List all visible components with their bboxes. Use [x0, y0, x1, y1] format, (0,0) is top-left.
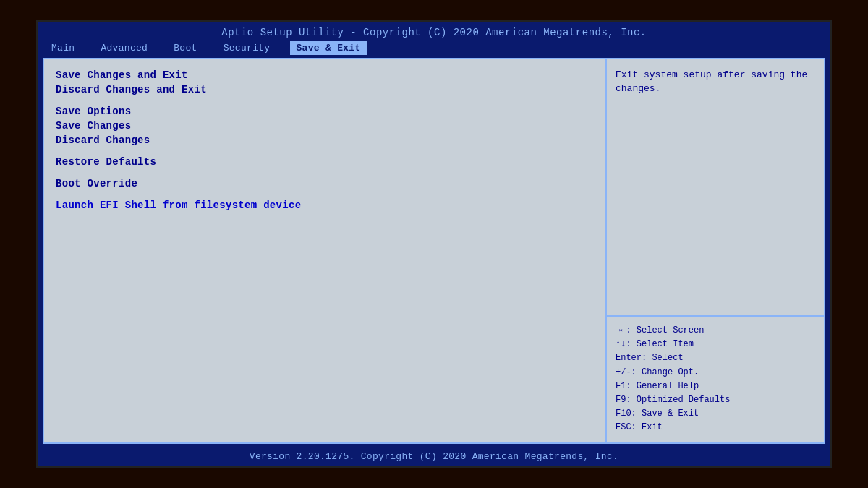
- menu-discard-changes-exit[interactable]: Discard Changes and Exit: [56, 82, 594, 97]
- menu-discard-changes[interactable]: Discard Changes: [56, 133, 594, 147]
- key-enter-select: Enter: Select: [616, 351, 815, 365]
- menu-save-changes-exit[interactable]: Save Changes and Exit: [56, 68, 594, 82]
- menu-tabs: Main Advanced Boot Security Save & Exit: [38, 40, 830, 55]
- tab-save-exit[interactable]: Save & Exit: [290, 41, 366, 55]
- key-f10: F10: Save & Exit: [616, 407, 815, 421]
- gap-3: [56, 169, 594, 176]
- help-content: Exit system setup after saving the chang…: [616, 69, 807, 95]
- left-panel: Save Changes and Exit Discard Changes an…: [44, 59, 607, 442]
- menu-restore-defaults[interactable]: Restore Defaults: [56, 155, 594, 169]
- tab-advanced[interactable]: Advanced: [95, 41, 153, 55]
- key-help: →←: Select Screen ↑↓: Select Item Enter:…: [607, 317, 824, 442]
- title-bar: Aptio Setup Utility - Copyright (C) 2020…: [38, 22, 830, 40]
- help-text: Exit system setup after saving the chang…: [607, 59, 824, 317]
- key-select-item: ↑↓: Select Item: [616, 338, 815, 351]
- tab-boot[interactable]: Boot: [168, 41, 203, 55]
- status-bar: Version 2.20.1275. Copyright (C) 2020 Am…: [38, 447, 830, 466]
- tab-security[interactable]: Security: [218, 41, 276, 55]
- bios-screen: Aptio Setup Utility - Copyright (C) 2020…: [36, 20, 832, 468]
- gap-1: [56, 97, 594, 104]
- menu-save-changes[interactable]: Save Changes: [56, 119, 594, 133]
- status-text: Version 2.20.1275. Copyright (C) 2020 Am…: [250, 451, 618, 462]
- menu-launch-efi-shell[interactable]: Launch EFI Shell from filesystem device: [56, 198, 594, 213]
- title-text: Aptio Setup Utility - Copyright (C) 2020…: [221, 27, 647, 38]
- section-save-options: Save Options: [56, 104, 594, 119]
- key-select-screen: →←: Select Screen: [616, 324, 815, 338]
- tab-main[interactable]: Main: [46, 41, 80, 55]
- key-f9: F9: Optimized Defaults: [616, 393, 815, 407]
- gap-4: [56, 191, 594, 198]
- gap-2: [56, 147, 594, 155]
- section-boot-override: Boot Override: [56, 176, 594, 191]
- main-content: Save Changes and Exit Discard Changes an…: [43, 58, 825, 444]
- key-f1: F1: General Help: [616, 380, 815, 393]
- right-panel: Exit system setup after saving the chang…: [607, 59, 824, 442]
- key-esc: ESC: Exit: [616, 421, 815, 435]
- key-change-opt: +/-: Change Opt.: [616, 366, 815, 380]
